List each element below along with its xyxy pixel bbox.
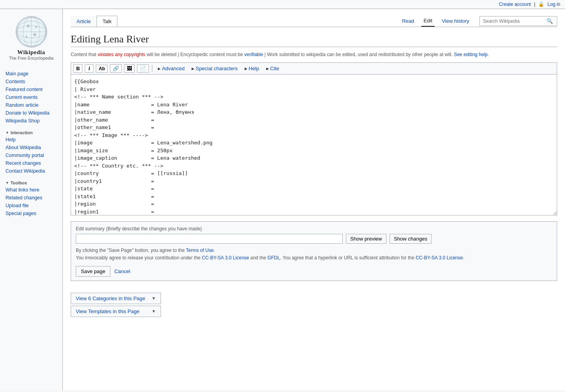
templates-collapsible[interactable]: View Templates in this Page ▼ [71, 306, 161, 317]
sidebar-item-donate[interactable]: Donate to Wikipedia [3, 109, 59, 117]
notice-text-2: will be deleted | Encyclopedic content m… [145, 52, 244, 57]
link-button[interactable]: 🔗 [110, 64, 122, 73]
categories-arrow: ▼ [152, 296, 156, 301]
sidebar-item-contents[interactable]: Contents [3, 78, 59, 86]
content-area: Article Talk Read Edit View history 🔍 Ed… [63, 9, 565, 390]
sidebar-item-events[interactable]: Current events [3, 93, 59, 101]
tab-edit[interactable]: Edit [421, 15, 435, 27]
sidebar-item-random[interactable]: Random article [3, 101, 59, 109]
sidebar-item-special[interactable]: Special pages [3, 210, 59, 217]
logo-tagline: The Free Encyclopedia [9, 56, 53, 60]
search-box: 🔍 [479, 16, 557, 26]
toolbox-collapse-arrow: ▼ [5, 181, 9, 185]
page-title: Editing Lena River [71, 33, 557, 47]
categories-label: View 6 Categories in this Page [76, 295, 145, 301]
sidebar-item-community[interactable]: Community portal [3, 151, 59, 159]
sidebar-item-what-links[interactable]: What links here [3, 186, 59, 194]
help-arrow: ▶ [245, 67, 247, 71]
cite-dropdown[interactable]: ▶ Cite [264, 65, 282, 72]
notice-bar: Content that violates any copyrights wil… [71, 51, 557, 58]
tab-view-history[interactable]: View history [439, 16, 472, 26]
terms-line2-pre: You irrevocably agree to release your co… [76, 255, 202, 261]
terms-line1-pre: By clicking the "Save Page" button, you … [76, 248, 186, 253]
top-bar: Create account | 🔒 Log in [0, 0, 565, 9]
toolbox-label: Toolbox [11, 181, 27, 185]
notice-editing-help-link[interactable]: See editing help. [454, 52, 489, 57]
template-button[interactable]: 📄 [137, 64, 149, 73]
top-bar-separator: | [534, 2, 535, 7]
editor-textarea[interactable] [71, 74, 557, 215]
tab-talk[interactable]: Talk [97, 16, 117, 27]
sidebar-nav-section: Main page Contents Featured content Curr… [0, 70, 62, 125]
show-preview-button[interactable]: Show preview [346, 234, 386, 244]
bold-button[interactable]: B [73, 64, 82, 73]
sidebar-item-shop[interactable]: Wikipedia Shop [3, 117, 59, 125]
login-link[interactable]: Log in [547, 2, 560, 7]
notice-verifiable-link[interactable]: verifiable [244, 52, 263, 57]
logo-area: Ω 机 ξ α Wikipedia The Free Encyclopedia [6, 13, 57, 64]
login-icon: 🔒 [538, 2, 544, 7]
terms-line2-mid: and the [249, 255, 267, 261]
sidebar-item-about[interactable]: About Wikipedia [3, 144, 59, 151]
edit-toolbar: B I Ab 🔗 🖼 📄 ▶ Advanced ▶ Special charac… [71, 62, 557, 74]
edit-summary-input[interactable] [76, 234, 343, 244]
sidebar-item-main-page[interactable]: Main page [3, 70, 59, 78]
sidebar-item-help[interactable]: Help [3, 136, 59, 144]
sidebar-item-upload[interactable]: Upload file [3, 202, 59, 210]
notice-violates-link[interactable]: violates any copyrights [98, 52, 145, 57]
sidebar-item-contact[interactable]: Contact Wikipedia [3, 167, 59, 175]
svg-text:Ω: Ω [27, 24, 29, 28]
svg-text:α: α [35, 25, 37, 29]
cc-link2[interactable]: CC-BY-SA 3.0 License [416, 255, 463, 261]
categories-collapsible[interactable]: View 6 Categories in this Page ▼ [71, 293, 161, 304]
interaction-label: Interaction [11, 130, 33, 135]
toolbox-header[interactable]: ▼ Toolbox [3, 179, 59, 186]
sidebar-item-featured[interactable]: Featured content [3, 86, 59, 93]
bottom-section: View 6 Categories in this Page ▼ View Te… [71, 293, 557, 317]
cite-label: Cite [270, 66, 279, 71]
tab-article[interactable]: Article [71, 16, 97, 27]
edit-summary-label: Edit summary (Briefly describe the chang… [76, 226, 552, 232]
search-input[interactable] [481, 18, 544, 25]
gfdl-link[interactable]: GFDL [267, 255, 280, 261]
save-page-button[interactable]: Save page [76, 266, 110, 277]
special-chars-dropdown[interactable]: ▶ Special characters [189, 65, 240, 72]
edit-summary-hint: (Briefly describe the changes you have m… [106, 226, 202, 232]
edit-summary-title: Edit summary [76, 226, 104, 232]
advanced-label: Advanced [162, 66, 185, 71]
special-chars-arrow: ▶ [192, 67, 194, 71]
advanced-arrow: ▶ [158, 67, 161, 71]
logo-title: Wikipedia [17, 49, 45, 56]
advanced-dropdown[interactable]: ▶ Advanced [155, 65, 187, 72]
notice-text-1: Content that [71, 52, 98, 57]
edit-summary-row: Show preview Show changes [76, 234, 552, 244]
terms-line1-post: . [214, 248, 215, 253]
cc-link[interactable]: CC-BY-SA 3.0 License [202, 255, 249, 261]
templates-label: View Templates in this Page [76, 308, 139, 314]
cancel-link[interactable]: Cancel [114, 268, 130, 274]
interaction-header[interactable]: ▼ Interaction [3, 129, 59, 136]
sidebar-interaction-section: ▼ Interaction Help About Wikipedia Commu… [0, 129, 62, 175]
ab-button[interactable]: Ab [96, 65, 108, 73]
terms-line2-post: . You agree that a hyperlink or URL is s… [280, 255, 416, 261]
help-dropdown[interactable]: ▶ Help [242, 65, 261, 72]
interaction-collapse-arrow: ▼ [5, 131, 9, 135]
terms-link[interactable]: Terms of Use [186, 248, 214, 253]
tab-actions: Read Edit View history 🔍 [400, 15, 557, 27]
search-button[interactable]: 🔍 [544, 17, 555, 25]
sidebar: Ω 机 ξ α Wikipedia The Free Encyclopedia … [0, 9, 63, 390]
templates-arrow: ▼ [152, 309, 156, 314]
svg-text:机: 机 [33, 33, 36, 36]
create-account-link[interactable]: Create account [499, 2, 531, 7]
svg-text:ξ: ξ [26, 35, 27, 38]
sidebar-item-recent[interactable]: Recent changes [3, 159, 59, 167]
terms-text: By clicking the "Save Page" button, you … [76, 247, 552, 262]
tab-read[interactable]: Read [400, 16, 417, 26]
sidebar-item-related[interactable]: Related changes [3, 194, 59, 202]
embed-button[interactable]: 🖼 [124, 64, 135, 73]
action-buttons: Save page Cancel [76, 266, 552, 277]
logo-globe: Ω 机 ξ α [16, 16, 47, 47]
italic-button[interactable]: I [85, 64, 93, 73]
notice-text-3: | Work submitted to wikipedia can be edi… [263, 52, 454, 57]
show-changes-button[interactable]: Show changes [389, 234, 432, 244]
